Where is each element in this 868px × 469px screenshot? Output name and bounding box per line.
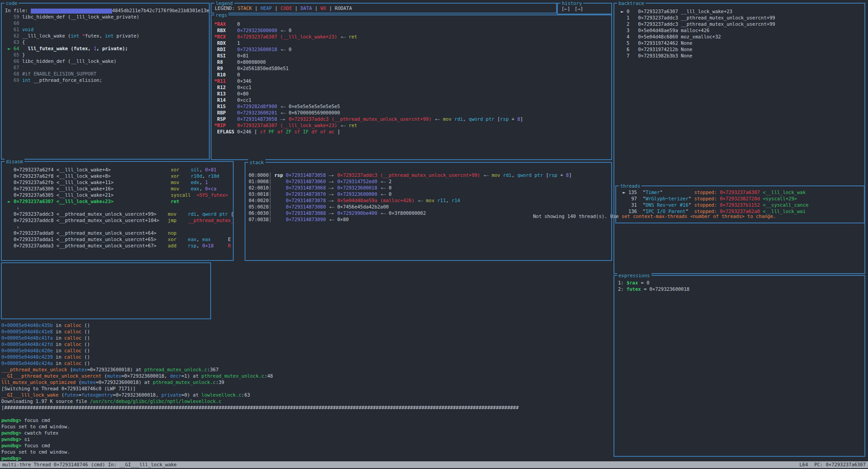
text-segment: *RIP [214, 123, 226, 128]
text-segment: in [53, 360, 64, 366]
text-segment: ret [349, 34, 357, 39]
text-segment: 69 [5, 77, 22, 83]
text-segment: 0×7293237adda1 <__pthread_mutex_unlock_u… [5, 237, 168, 242]
text-segment: in [53, 329, 64, 334]
terminal-line: pwndbg> focus cmd [1, 417, 867, 423]
text-segment: si [21, 436, 30, 442]
text-segment: decr [170, 373, 181, 379]
text-segment: 0×7293237a6307 (__lll_lock_wake+23) [226, 34, 337, 39]
terminal-line: ___pthread_mutex_unlock (mutex=0×7293236… [1, 366, 867, 373]
text-segment: 0×00005e04d48c424a [1, 360, 53, 366]
text-segment: 1 0×7293237addc3 __pthread_mutex_unlock_… [618, 15, 775, 20]
text-segment: ► 64 [5, 46, 22, 51]
threads-overflow-note: Not showing 140 thread(s). Use set conte… [533, 213, 776, 219]
history-back-button[interactable]: [←] [561, 6, 570, 11]
text-segment: 0×81 [226, 53, 249, 58]
text-segment: , [446, 198, 452, 203]
empty-pane [1, 262, 211, 319]
text-segment: [Switching to Thread 0×7293148746c0 (LWP… [1, 386, 136, 391]
text-segment: rsp [500, 116, 509, 122]
text-segment: ___pthread_mutex_unlock [1, 367, 67, 372]
text-segment: ] [569, 172, 571, 178]
terminal-line: 0×00005e04d48c435b in calloc () [1, 322, 867, 328]
text-segment: $rax [627, 280, 638, 285]
text-segment: 0×346 [226, 78, 251, 84]
history-forward-button[interactable]: [→] [575, 6, 583, 11]
text-segment: 5 0×729319742462 None [618, 40, 692, 46]
text-segment: —▸ [326, 198, 337, 203]
text-segment: af [277, 129, 286, 134]
command-output-area[interactable]: 0×00005e04d48c435b in calloc ()0×00005e0… [1, 322, 867, 461]
text-segment: 0×729323600000 [226, 28, 277, 33]
text-segment: " [689, 196, 694, 201]
status-pc-indicator: PC: 0×7293237a6307 [814, 462, 866, 467]
text-segment: =0×729323600018) at [96, 379, 153, 385]
text-segment: , [199, 167, 205, 172]
text-segment: add [168, 243, 176, 248]
text-segment: cwatch futex [21, 430, 58, 436]
source-line: 66 libc_hidden_def (__lll_lock_wake) [5, 58, 209, 64]
text-segment: 0×80 [337, 217, 349, 222]
text-segment: —▸ [326, 185, 337, 190]
text-segment: sf [294, 129, 303, 134]
text-segment: Not showing 140 thread(s). Use [533, 213, 622, 219]
disasm-line: ↓ [5, 204, 233, 211]
backtrace-panel: backtrace ► 0 0×7293237a6307 __lll_lock_… [613, 3, 865, 274]
register-row: RBP 0×729323600201 ◂— 0×6700000569000000 [214, 109, 611, 116]
disasm-line: 0×7293237a6305 <__lll_lock_wake+21> sysc… [5, 192, 233, 198]
text-segment: in [53, 335, 64, 341]
text-segment: 00:0000 [249, 172, 269, 178]
terminal-line: lll_mutex_unlock_optimized (mutex=0×7293… [1, 379, 867, 385]
text-segment: 0×7293237addc8 <__pthread_mutex_unlock_u… [5, 218, 168, 223]
text-segment: 97 " [620, 196, 646, 201]
status-bar-indicators: L64PC: 0×7293237a6307 [793, 461, 866, 468]
text-segment [211, 237, 228, 242]
text-segment: calloc [64, 341, 81, 347]
text-segment: eax [191, 186, 199, 191]
text-segment: 0×7293237addc3 <__pthread_mutex_unlock_u… [5, 211, 168, 217]
text-segment: eax [202, 237, 211, 242]
text-segment: " [689, 202, 694, 208]
register-row: R10 0 [214, 71, 611, 78]
text-segment: 0×729282d8f900 [226, 104, 277, 109]
text-segment: 0×7293237adda3 <__pthread_mutex_unlock_u… [5, 243, 168, 248]
text-segment: calloc [64, 360, 81, 366]
text-segment: 0×729314873090 [286, 217, 326, 222]
text-segment: :48 [264, 373, 273, 379]
text-segment: 4 0×5e04d48c6860 moz_xmalloc+32 [618, 34, 721, 39]
stack-row: 04:0020│ 0×729314873078 —▸ 0×5e04d48ae59… [249, 197, 611, 204]
text-segment: rsp [188, 243, 197, 248]
text-segment: mutex [73, 367, 87, 372]
text-segment: __GI___pthread_mutex_unlock_usercnt [1, 373, 101, 379]
register-row: EFLAGS 0×246 [ cf PF af ZF sf IF df of a… [214, 128, 611, 135]
text-segment: ( [75, 379, 81, 385]
text-segment: r10d [191, 173, 202, 179]
text-segment: eax [188, 237, 197, 242]
text-segment: 0×ca [205, 186, 217, 191]
text-segment: 0×00005e04d48c41fa [1, 335, 53, 341]
text-segment: in [53, 322, 64, 328]
text-segment: , [199, 186, 205, 191]
text-segment: mov [443, 116, 452, 122]
text-segment: 0×729323600018 [337, 185, 377, 190]
text-segment: 2 0×7293237addc3 __pthread_mutex_unlock_… [618, 21, 775, 27]
text-segment: —▸ [326, 172, 337, 178]
terminal-line: Downloading 1.97 K source file /usr/src/… [1, 398, 867, 404]
register-row: RBX 0×729323600000 ◂— 0 [214, 27, 611, 33]
text-segment: futex [64, 392, 79, 398]
text-segment: <__lll_lock_wak [763, 189, 806, 195]
text-segment: rsp [549, 172, 557, 178]
source-code-view: In file: 4845db211e7b42c7176f9be21b8301e… [2, 4, 209, 159]
text-segment: 3 0×5e04d48ae59a malloc+426 [618, 28, 709, 33]
text-segment: () [81, 322, 90, 328]
thread-row: 97 "WrGlyph~terizer" stopped: 0×72932382… [620, 195, 864, 202]
text-segment: 60 [5, 20, 19, 26]
text-segment: Focus set to cmd window. [1, 449, 70, 455]
status-line-indicator: L64 [799, 462, 808, 467]
text-segment: stopped: [694, 189, 717, 195]
text-segment [176, 218, 188, 223]
text-segment: RBX [214, 28, 226, 33]
source-line: 62 __lll_lock_wake (int *futex, int priv… [5, 33, 209, 39]
text-segment: R10 [214, 72, 226, 77]
text-segment: 0×7293237a6305 <__lll_lock_wake+21> [5, 192, 171, 198]
